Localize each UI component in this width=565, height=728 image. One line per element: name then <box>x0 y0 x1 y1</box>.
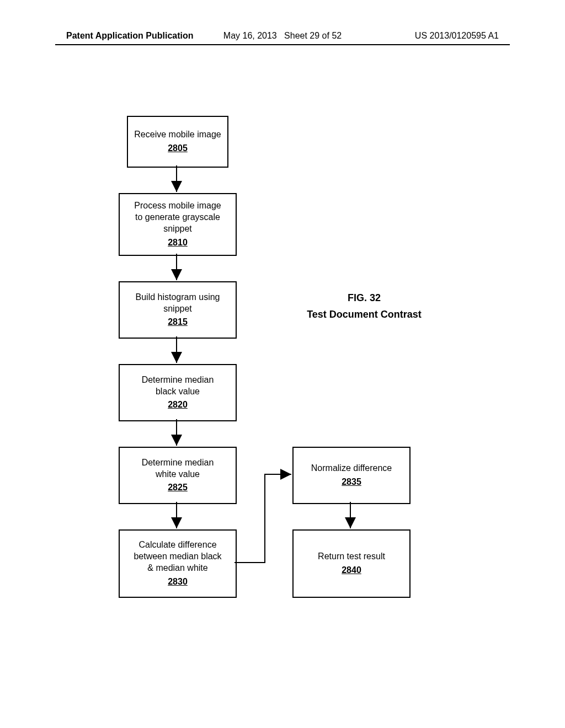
flowchart-arrows <box>0 110 565 607</box>
header-left: Patent Application Publication <box>66 31 194 41</box>
page-header: Patent Application Publication May 16, 2… <box>0 31 565 41</box>
header-mid: May 16, 2013 Sheet 29 of 52 <box>223 31 342 41</box>
header-rule <box>55 44 510 45</box>
header-pubno: US 2013/0120595 A1 <box>415 31 499 41</box>
header-date: May 16, 2013 <box>223 31 277 40</box>
header-sheet: Sheet 29 of 52 <box>284 31 342 40</box>
